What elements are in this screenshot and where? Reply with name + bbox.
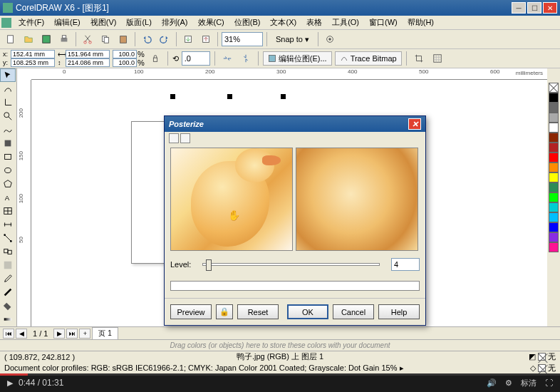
ok-button[interactable]: OK [287, 304, 328, 319]
play-button[interactable]: ▶ [7, 378, 13, 388]
fullscreen-icon[interactable]: ⛶ [545, 378, 553, 387]
color-swatch[interactable] [549, 192, 559, 202]
options-icon[interactable] [322, 31, 338, 47]
freehand-tool[interactable] [0, 123, 16, 136]
save-icon[interactable] [38, 31, 54, 47]
color-swatch[interactable] [549, 93, 559, 103]
color-swatch[interactable] [549, 232, 559, 242]
color-swatch[interactable] [549, 113, 559, 123]
color-swatch[interactable] [549, 103, 559, 113]
prev-page-button[interactable]: ◀ [16, 329, 27, 339]
color-swatch[interactable] [549, 222, 559, 232]
add-page-button[interactable]: + [79, 329, 90, 339]
menu-table[interactable]: 表格 [302, 16, 326, 29]
crop-icon[interactable] [411, 51, 427, 66]
transparency-tool[interactable] [0, 259, 16, 272]
no-fill-indicator[interactable] [538, 353, 546, 361]
rectangle-tool[interactable] [0, 150, 16, 163]
menu-view[interactable]: 视图(V) [86, 16, 121, 29]
resample-icon[interactable] [430, 51, 445, 66]
preview-button[interactable]: Preview [170, 304, 212, 319]
color-swatch[interactable] [549, 133, 559, 143]
rotation-input[interactable] [182, 51, 210, 66]
video-progress[interactable] [0, 373, 560, 376]
preview-original[interactable]: ✋ [170, 148, 293, 251]
copy-icon[interactable] [98, 31, 113, 47]
open-icon[interactable] [21, 31, 36, 47]
lock-ratio-icon[interactable] [147, 51, 163, 66]
quality-label[interactable]: 标清 [521, 378, 536, 388]
close-button[interactable]: ✕ [543, 2, 557, 14]
color-swatch[interactable] [549, 143, 559, 153]
pick-tool[interactable] [0, 68, 16, 82]
color-swatch[interactable] [549, 202, 559, 212]
selection-handle[interactable] [170, 94, 175, 99]
color-swatch[interactable] [549, 242, 559, 252]
outline-tool[interactable] [0, 286, 16, 299]
menu-tools[interactable]: 工具(O) [328, 16, 363, 29]
print-icon[interactable] [56, 31, 72, 47]
eyedropper-tool[interactable] [0, 272, 16, 286]
mirror-v-icon[interactable] [238, 51, 254, 66]
snap-to-dropdown[interactable]: Snap to ▾ [271, 33, 314, 46]
selection-handle[interactable] [281, 94, 286, 99]
menu-layout[interactable]: 版面(L) [122, 16, 155, 29]
first-page-button[interactable]: ⏮ [3, 329, 14, 339]
crop-tool[interactable] [0, 96, 16, 109]
page-tab[interactable]: 页 1 [92, 327, 118, 340]
cancel-button[interactable]: Cancel [333, 304, 374, 319]
menu-bitmap[interactable]: 位图(B) [230, 16, 265, 29]
dialog-close-button[interactable]: ✕ [408, 118, 421, 130]
color-swatch[interactable] [549, 182, 559, 192]
y-input[interactable] [11, 58, 55, 67]
w-input[interactable] [66, 50, 110, 58]
ellipse-tool[interactable] [0, 164, 16, 177]
new-icon[interactable] [3, 31, 19, 47]
minimize-button[interactable]: ─ [512, 2, 526, 14]
color-swatch[interactable] [549, 163, 559, 172]
edit-bitmap-button[interactable]: 编辑位图(E)... [263, 51, 332, 66]
menu-window[interactable]: 窗口(W) [365, 16, 402, 29]
scalex-input[interactable] [113, 50, 137, 58]
last-page-button[interactable]: ⏭ [66, 329, 78, 339]
mirror-h-icon[interactable] [219, 51, 235, 66]
dual-preview-button[interactable] [180, 133, 190, 143]
volume-icon[interactable]: 🔊 [487, 378, 497, 388]
text-tool[interactable]: A [0, 191, 16, 205]
menu-arrange[interactable]: 排列(A) [157, 16, 192, 29]
single-preview-button[interactable] [169, 133, 179, 143]
zoom-combo[interactable]: 31% [222, 32, 263, 46]
dialog-titlebar[interactable]: Posterize ✕ [165, 116, 425, 132]
level-slider[interactable] [202, 263, 380, 266]
blend-tool[interactable] [0, 245, 16, 259]
maximize-button[interactable]: ☐ [527, 2, 541, 14]
color-swatch[interactable] [549, 123, 559, 133]
connector-tool[interactable] [0, 232, 16, 245]
undo-icon[interactable] [139, 31, 155, 47]
slider-thumb[interactable] [206, 259, 212, 271]
redo-icon[interactable] [157, 31, 172, 47]
shape-tool[interactable] [0, 82, 16, 96]
interactive-fill-tool[interactable] [0, 313, 16, 326]
h-input[interactable] [66, 58, 110, 67]
smart-fill-tool[interactable] [0, 136, 16, 150]
cut-icon[interactable] [80, 31, 95, 47]
menu-help[interactable]: 帮助(H) [403, 16, 438, 29]
document-color-store[interactable]: Drag colors (or objects) here to store t… [0, 339, 560, 351]
level-input[interactable] [391, 258, 420, 271]
selection-handle[interactable] [227, 94, 232, 99]
trace-bitmap-button[interactable]: Trace Bitmap [335, 51, 402, 66]
table-tool[interactable] [0, 205, 16, 218]
import-icon[interactable] [180, 31, 196, 47]
polygon-tool[interactable] [0, 177, 16, 191]
zoom-tool[interactable] [0, 109, 16, 123]
menu-effects[interactable]: 效果(C) [194, 16, 229, 29]
dimension-tool[interactable] [0, 218, 16, 232]
fill-tool[interactable] [0, 299, 16, 313]
color-swatch[interactable] [549, 153, 559, 163]
preview-result[interactable] [296, 148, 418, 251]
menu-file[interactable]: 文件(F) [14, 16, 48, 29]
settings-icon[interactable]: ⚙ [505, 378, 512, 388]
menu-edit[interactable]: 编辑(E) [50, 16, 85, 29]
no-outline-indicator[interactable] [538, 364, 546, 372]
